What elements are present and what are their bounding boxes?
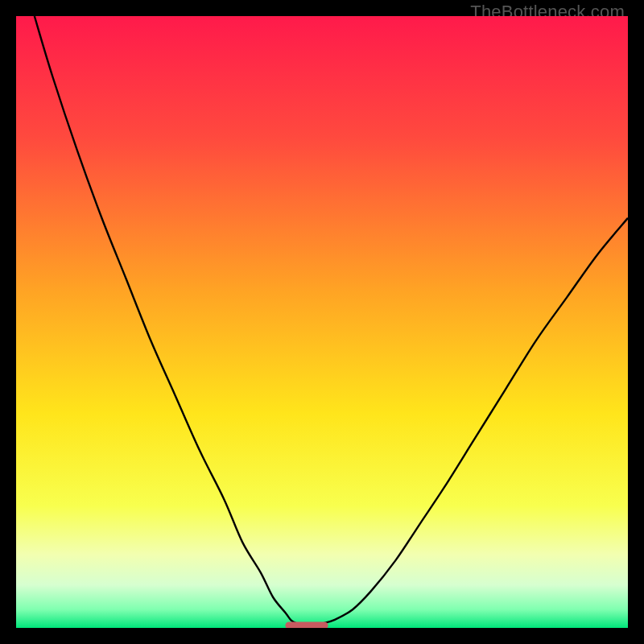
optimal-marker — [285, 621, 328, 628]
chart-frame — [16, 16, 628, 628]
bottleneck-chart — [16, 16, 628, 628]
chart-background — [16, 16, 628, 628]
